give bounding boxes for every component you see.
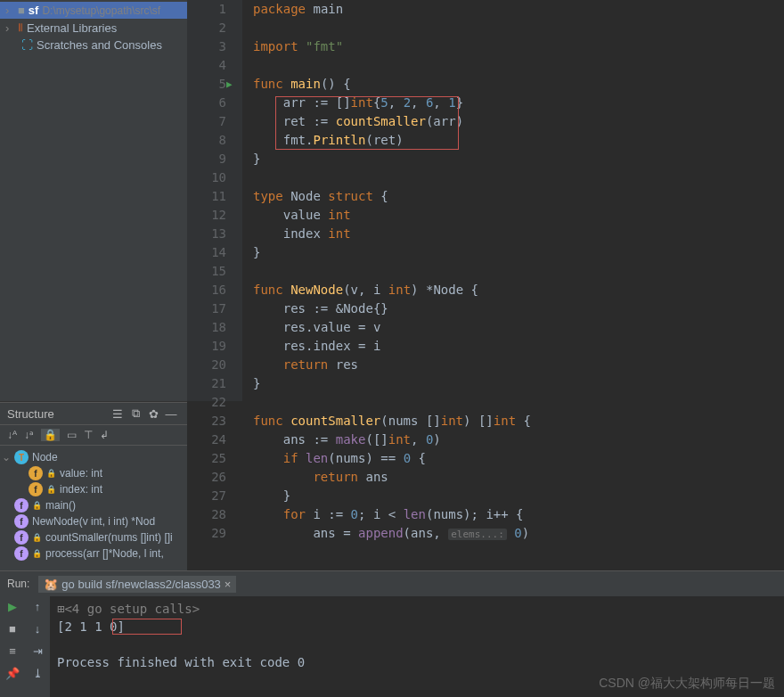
- sort-type-icon[interactable]: ↓ᵃ: [24, 429, 34, 441]
- structure-item[interactable]: f🔒countSmaller(nums []int) []i: [0, 529, 187, 545]
- sort-alpha-icon[interactable]: ↓ᴬ: [7, 429, 17, 441]
- expand-icon[interactable]: ⧉: [127, 406, 144, 421]
- chevron-right-icon: ›: [5, 4, 14, 17]
- go-icon: 🐹: [44, 578, 58, 591]
- layout-icon[interactable]: ≡: [9, 644, 16, 658]
- code-line[interactable]: [253, 56, 784, 75]
- tree-filter-icon[interactable]: ⊤: [84, 429, 93, 441]
- code-line[interactable]: index int: [253, 225, 784, 243]
- chevron-right-icon: ›: [5, 21, 14, 35]
- scratch-icon: ⛶: [21, 38, 33, 52]
- label: External Libraries: [27, 21, 117, 35]
- code-line[interactable]: arr := []int{5, 2, 6, 1}: [253, 94, 784, 112]
- lock-filter-icon[interactable]: 🔒: [41, 429, 60, 441]
- code-line[interactable]: }: [253, 374, 784, 393]
- code-line[interactable]: func countSmaller(nums []int) []int {: [253, 412, 784, 430]
- code-line[interactable]: [253, 19, 784, 37]
- autoscroll-icon[interactable]: ↲: [100, 429, 109, 441]
- scroll-icon[interactable]: ⤓: [33, 667, 43, 680]
- code-line[interactable]: func main() {: [253, 75, 784, 94]
- stop-icon[interactable]: ■: [9, 622, 16, 636]
- code-line[interactable]: res.index = i: [253, 337, 784, 356]
- run-tab[interactable]: 🐹 go build sf/newclass2/class033 ×: [38, 576, 236, 593]
- library-icon: ⫴: [18, 20, 23, 35]
- run-tabs: Run: 🐹 go build sf/newclass2/class033 ×: [0, 571, 784, 596]
- run-tab-name: go build sf/newclass2/class033: [61, 578, 221, 591]
- structure-item[interactable]: f🔒process(arr []*Node, l int,: [0, 545, 187, 562]
- run-label: Run:: [7, 578, 29, 590]
- code-line[interactable]: value int: [253, 206, 784, 225]
- structure-title: Structure: [7, 407, 109, 421]
- code-line[interactable]: res.value = v: [253, 318, 784, 337]
- scratches[interactable]: ⛶ Scratches and Consoles: [0, 37, 187, 53]
- gutter[interactable]: ▶ 12345678910111213141516171819202122232…: [187, 0, 242, 401]
- label: Scratches and Consoles: [37, 38, 162, 52]
- code-line[interactable]: type Node struct {: [253, 187, 784, 206]
- structure-panel: Structure ☰ ⧉ ✿ — ↓ᴬ ↓ᵃ 🔒 ▭ ⊤ ↲ ⌄TNodef🔒…: [0, 401, 187, 570]
- project-sidebar: › ■ sf D:\mysetup\gopath\src\sf › ⫴ Exte…: [0, 0, 187, 401]
- code-line[interactable]: }: [253, 150, 784, 168]
- structure-toolbar: ↓ᴬ ↓ᵃ 🔒 ▭ ⊤ ↲: [0, 425, 187, 446]
- structure-list[interactable]: ⌄TNodef🔒value: intf🔒index: intf🔒main()fN…: [0, 446, 187, 565]
- code-line[interactable]: ans = append(ans, elems...: 0): [253, 524, 784, 543]
- down-icon[interactable]: ↓: [35, 622, 41, 636]
- project-tree[interactable]: › ■ sf D:\mysetup\gopath\src\sf › ⫴ Exte…: [0, 0, 187, 55]
- code-area[interactable]: package mainimport "fmt"func main() { ar…: [242, 0, 784, 401]
- code-line[interactable]: [253, 168, 784, 187]
- run-gutter-icon[interactable]: ▶: [226, 75, 233, 94]
- wrap-icon[interactable]: ⇥: [33, 644, 43, 658]
- project-root[interactable]: › ■ sf D:\mysetup\gopath\src\sf: [0, 2, 187, 19]
- external-libraries[interactable]: › ⫴ External Libraries: [0, 19, 187, 37]
- code-line[interactable]: ret := countSmaller(arr): [253, 112, 784, 131]
- rerun-icon[interactable]: ▶: [8, 600, 17, 613]
- code-line[interactable]: }: [253, 487, 784, 505]
- code-line[interactable]: return res: [253, 356, 784, 374]
- code-line[interactable]: return ans: [253, 468, 784, 487]
- hide-icon[interactable]: —: [162, 407, 180, 421]
- structure-item[interactable]: f🔒main(): [0, 497, 187, 513]
- close-icon[interactable]: ×: [225, 578, 232, 591]
- folder-filter-icon[interactable]: ▭: [67, 429, 77, 441]
- project-path: D:\mysetup\gopath\src\sf: [42, 4, 160, 17]
- gear-icon[interactable]: ✿: [144, 407, 162, 421]
- folder-icon: ■: [18, 4, 25, 17]
- code-line[interactable]: }: [253, 243, 784, 262]
- code-line[interactable]: [253, 393, 784, 412]
- output-line: [2 1 1 0]: [57, 618, 777, 636]
- project-name: sf: [29, 4, 39, 17]
- sort-icon[interactable]: ☰: [109, 407, 127, 421]
- structure-header: Structure ☰ ⧉ ✿ —: [0, 402, 187, 425]
- code-editor[interactable]: ▶ 12345678910111213141516171819202122232…: [187, 0, 784, 401]
- structure-item[interactable]: fNewNode(v int, i int) *Nod: [0, 513, 187, 529]
- structure-item[interactable]: f🔒index: int: [0, 481, 187, 497]
- code-line[interactable]: [253, 262, 784, 281]
- code-line[interactable]: func NewNode(v, i int) *Node {: [253, 281, 784, 299]
- up-icon[interactable]: ↑: [35, 600, 41, 613]
- code-line[interactable]: ans := make([]int, 0): [253, 430, 784, 449]
- code-line[interactable]: if len(nums) == 0 {: [253, 449, 784, 468]
- setup-calls: <4 go setup calls>: [64, 602, 200, 616]
- structure-item[interactable]: ⌄TNode: [0, 449, 187, 465]
- code-line[interactable]: import "fmt": [253, 37, 784, 56]
- pin-icon[interactable]: 📌: [5, 667, 20, 680]
- code-line[interactable]: fmt.Println(ret): [253, 131, 784, 150]
- structure-item[interactable]: f🔒value: int: [0, 465, 187, 481]
- code-line[interactable]: res := &Node{}: [253, 299, 784, 318]
- code-line[interactable]: for i := 0; i < len(nums); i++ {: [253, 505, 784, 524]
- watermark: CSDN @福大大架构师每日一题: [599, 676, 775, 692]
- run-left-toolbar: ▶ ■ ≡ 📌: [0, 596, 25, 697]
- exit-line: Process finished with exit code 0: [57, 653, 777, 671]
- run-left-toolbar2: ↑ ↓ ⇥ ⤓: [25, 596, 50, 697]
- code-line[interactable]: package main: [253, 0, 784, 19]
